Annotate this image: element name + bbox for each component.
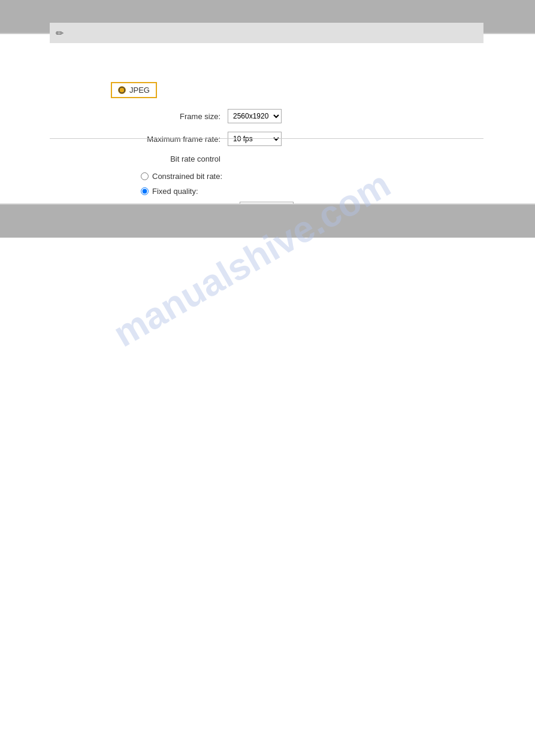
constrained-radio[interactable] <box>141 172 149 180</box>
note-bar: ✏ <box>50 23 483 43</box>
fixed-quality-radio[interactable] <box>141 187 149 195</box>
frame-size-row: Frame size: 2560x1920 1920x1080 1280x720… <box>123 109 535 123</box>
jpeg-radio-wrapper[interactable]: JPEG <box>111 82 157 98</box>
bottom-bar <box>0 205 535 238</box>
main-content: JPEG Frame size: 2560x1920 1920x1080 128… <box>0 34 535 238</box>
bit-rate-control-row: Bit rate control <box>123 154 535 163</box>
frame-size-select[interactable]: 2560x1920 1920x1080 1280x720 640x480 <box>228 109 282 123</box>
frame-size-label: Frame size: <box>123 112 228 121</box>
max-frame-rate-label: Maximum frame rate: <box>123 135 228 144</box>
constrained-radio-row: Constrained bit rate: <box>141 172 535 181</box>
max-frame-rate-row: Maximum frame rate: 10 fps 15 fps 20 fps… <box>123 132 535 146</box>
jpeg-radio[interactable] <box>118 86 126 94</box>
fixed-quality-label: Fixed quality: <box>152 187 198 196</box>
constrained-label: Constrained bit rate: <box>152 172 222 181</box>
fixed-quality-radio-row: Fixed quality: <box>141 187 535 196</box>
bit-rate-control-label: Bit rate control <box>123 154 228 163</box>
jpeg-label: JPEG <box>129 86 150 95</box>
max-frame-rate-select[interactable]: 10 fps 15 fps 20 fps 25 fps 30 fps <box>228 132 282 146</box>
bottom-separator <box>50 138 483 139</box>
note-icon: ✏ <box>56 28 64 39</box>
